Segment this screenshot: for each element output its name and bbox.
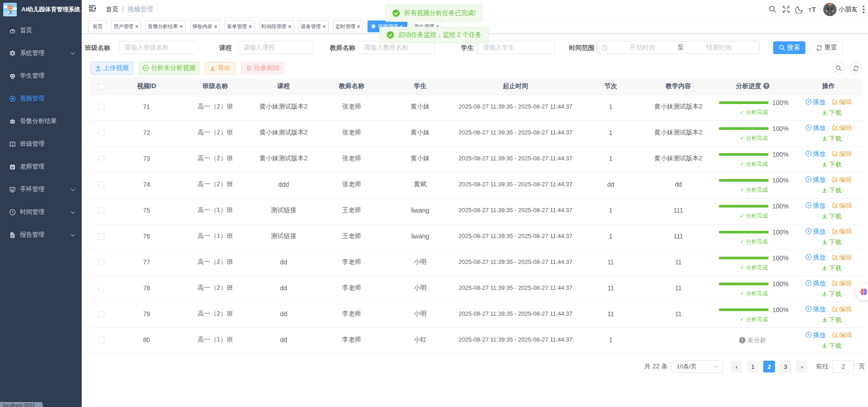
svg-text:?: ?	[765, 83, 768, 88]
svg-text:T: T	[809, 8, 811, 13]
svg-text:T: T	[812, 6, 816, 13]
